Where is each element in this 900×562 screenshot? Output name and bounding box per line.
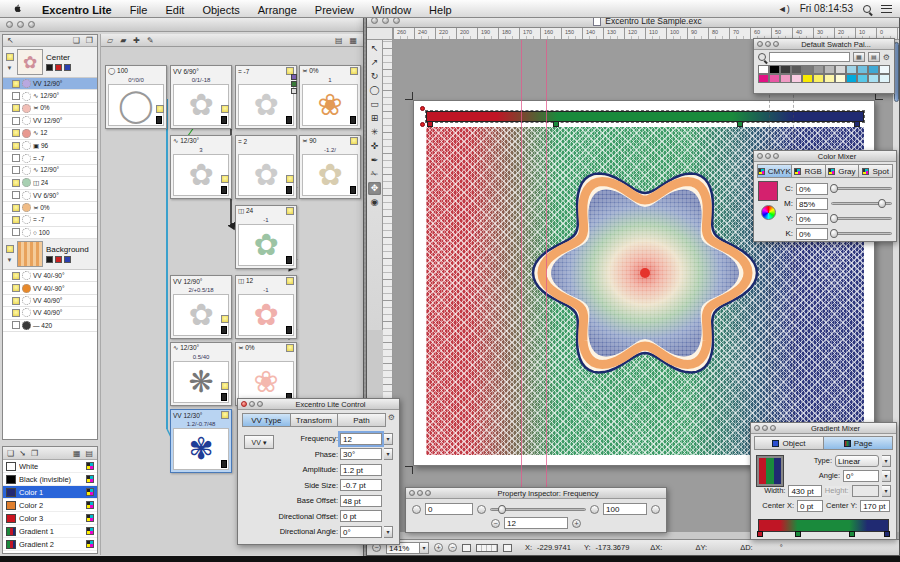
menu-item[interactable]: Preview: [315, 4, 354, 16]
channel-value-field[interactable]: 0%: [796, 213, 828, 225]
pen-tool[interactable]: ✒: [368, 154, 381, 167]
type-select[interactable]: Linear: [835, 455, 879, 467]
ellipse-tool[interactable]: ◯: [368, 84, 381, 97]
stock-swatch[interactable]: [780, 74, 791, 83]
increment-button[interactable]: +: [572, 519, 581, 528]
menu-item[interactable]: Help: [429, 4, 452, 16]
knife-tool[interactable]: ✁: [368, 168, 381, 181]
swatch-row[interactable]: Color 3: [3, 512, 97, 525]
stock-swatch[interactable]: [758, 65, 769, 74]
node-visibility-toggle[interactable]: [156, 105, 164, 113]
visibility-toggle[interactable]: [12, 104, 20, 112]
layer-row[interactable]: ∿ 12/90°: [3, 165, 97, 177]
window-lights[interactable]: [6, 21, 35, 28]
import-icon[interactable]: ➘: [19, 449, 26, 458]
color-mixer-titlebar[interactable]: Color Mixer: [754, 151, 896, 162]
swatch-row[interactable]: Black (invisible): [3, 473, 97, 486]
group-color-swatch[interactable]: [46, 64, 53, 71]
selection-handle[interactable]: [420, 106, 425, 111]
tile-view-icon[interactable]: ▤: [335, 36, 343, 45]
swatch-row[interactable]: White: [3, 460, 97, 473]
layer-row[interactable]: ◫ 24: [3, 177, 97, 189]
field-input[interactable]: 1.2 pt: [340, 464, 382, 476]
stock-swatch[interactable]: [868, 65, 879, 74]
add-contour-icon[interactable]: ▱: [107, 36, 113, 45]
layer-row[interactable]: VV 6/90°: [3, 190, 97, 202]
visibility-toggle[interactable]: [12, 216, 20, 224]
angle-stepper[interactable]: ▾: [882, 470, 891, 482]
field-input[interactable]: -0.7 pt: [340, 479, 382, 491]
channel-slider[interactable]: [831, 232, 892, 235]
list-view-button[interactable]: ▤: [868, 52, 880, 62]
gradient-tab-page[interactable]: Page: [824, 436, 893, 450]
hand-tool[interactable]: ✥: [368, 182, 381, 195]
selection-handle[interactable]: [420, 122, 425, 127]
gradient-mixer-titlebar[interactable]: Gradient Mixer: [751, 423, 896, 434]
gradient-stop[interactable]: [757, 531, 763, 537]
group-color-swatch[interactable]: [46, 256, 53, 263]
layer-row[interactable]: VV 12/90°: [3, 115, 97, 127]
node-visibility-toggle[interactable]: [221, 411, 229, 419]
stock-swatch[interactable]: [857, 74, 868, 83]
layer-row[interactable]: VV 40/-90°: [3, 270, 97, 282]
node-card[interactable]: ∿ 12/30°3✿: [170, 135, 232, 199]
stock-swatch[interactable]: [791, 74, 802, 83]
swatch-row[interactable]: Color 1: [3, 486, 97, 499]
visibility-toggle[interactable]: [12, 117, 20, 125]
stock-swatch[interactable]: [780, 65, 791, 74]
swatch-row[interactable]: Color 2: [3, 499, 97, 512]
gear-icon[interactable]: ⚙: [883, 53, 890, 62]
stock-swatch[interactable]: [857, 65, 868, 74]
menu-item[interactable]: Excentro Lite: [42, 4, 112, 16]
center-y-field[interactable]: 170 pt: [860, 500, 890, 512]
group-visibility-toggle[interactable]: [6, 53, 14, 61]
group-color-swatch[interactable]: [55, 64, 62, 71]
mixer-tab-gray[interactable]: Gray: [826, 164, 860, 178]
move-tool[interactable]: ✜: [368, 140, 381, 153]
visibility-toggle[interactable]: [12, 297, 20, 305]
gradient-object[interactable]: [426, 111, 864, 122]
zoom-tool[interactable]: ◉: [368, 196, 381, 209]
channel-slider-knob[interactable]: [830, 229, 838, 238]
visibility-toggle[interactable]: [12, 80, 20, 88]
layer-row[interactable]: ≍ 0%: [3, 202, 97, 214]
menu-item[interactable]: Objects: [202, 4, 239, 16]
rotate-tool[interactable]: ↻: [368, 70, 381, 83]
layer-row[interactable]: ∿ 12: [3, 128, 97, 140]
stock-swatch[interactable]: [868, 74, 879, 83]
node-mini-icon[interactable]: [291, 81, 297, 87]
value-field[interactable]: 12: [504, 517, 568, 529]
ruler-origin-box[interactable]: [367, 28, 393, 40]
layer-row[interactable]: VV 40/90°: [3, 295, 97, 307]
group-expand-arrow[interactable]: ▼: [7, 257, 13, 263]
layer-row[interactable]: VV 12/90°: [3, 78, 97, 90]
node-card[interactable]: ◫ 24-1✿: [235, 205, 297, 269]
visibility-toggle[interactable]: [12, 321, 20, 329]
swatch-row[interactable]: Gradient 1: [3, 525, 97, 538]
decrement-button[interactable]: −: [491, 519, 500, 528]
stock-swatch[interactable]: [879, 65, 890, 74]
node-card[interactable]: ≍ 0%1❀: [299, 65, 361, 129]
node-card[interactable]: = 2✿: [235, 135, 297, 199]
layer-row[interactable]: VV 40/-90°: [3, 282, 97, 294]
mixer-tab-rgb[interactable]: RGB: [792, 164, 826, 178]
duplicate-icon[interactable]: ❏: [73, 36, 80, 45]
type-dropdown-arrow[interactable]: ▾: [882, 455, 891, 467]
menu-item[interactable]: File: [130, 4, 148, 16]
frequency-slider[interactable]: [490, 508, 586, 511]
link-icon[interactable]: ❐: [86, 36, 93, 45]
gradient-stop-bar[interactable]: [758, 519, 889, 532]
node-visibility-toggle[interactable]: [350, 137, 358, 145]
visibility-toggle[interactable]: [12, 272, 20, 280]
grid-tool[interactable]: ⊞: [368, 112, 381, 125]
node-visibility-toggle[interactable]: [221, 382, 229, 390]
node-mini-icon[interactable]: [291, 88, 297, 94]
channel-slider[interactable]: [831, 187, 892, 190]
visibility-toggle[interactable]: [12, 228, 20, 236]
node-card[interactable]: VV 12/30°1.2/-0.7/48✾: [170, 409, 232, 473]
node-card[interactable]: ∿ 12/30°0.5/40❋: [170, 342, 232, 406]
control-tab[interactable]: VV Type: [242, 413, 291, 427]
node-visibility-toggle[interactable]: [286, 344, 294, 352]
add-node-icon[interactable]: ✚: [133, 36, 140, 45]
field-input[interactable]: 12: [340, 433, 382, 445]
